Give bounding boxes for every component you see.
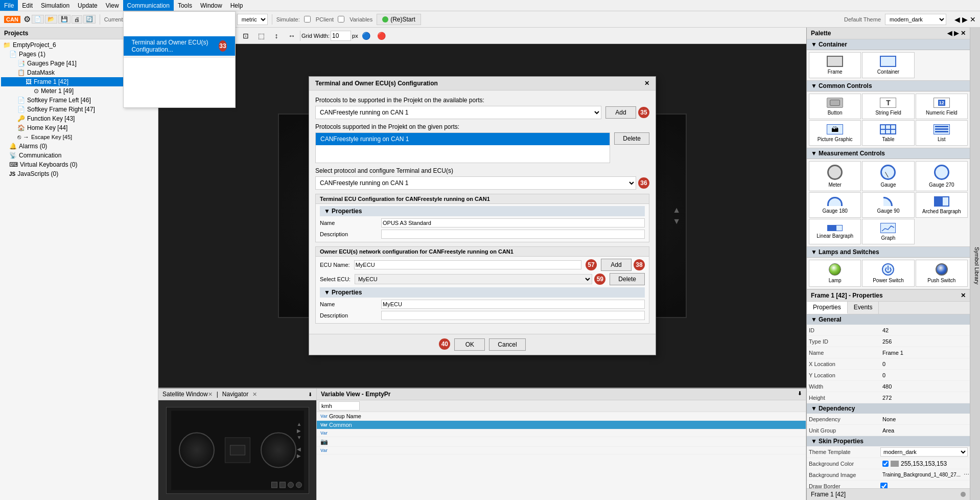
menu-window[interactable]: Window — [196, 0, 226, 11]
tree-item-function-key[interactable]: 🔑 Function Key [43] — [1, 114, 157, 123]
palette-item-gauge270[interactable]: Gauge 270 — [916, 161, 968, 191]
dialog-close-btn[interactable]: ✕ — [644, 80, 649, 87]
sat-ctrl-1[interactable] — [271, 482, 277, 488]
nav-right-btn[interactable]: ▶ — [962, 15, 968, 24]
bg-image-browse-btn[interactable]: ⋯ — [964, 471, 969, 478]
var-view-minimize-btn[interactable]: ⬇ — [798, 391, 802, 398]
palette-item-string-field[interactable]: T String Field — [862, 94, 914, 119]
sat-minimize-btn[interactable]: ⬇ — [308, 392, 312, 397]
menu-file[interactable]: File — [0, 0, 18, 11]
bg-color-value[interactable]: 255,153,153,153 — [880, 460, 968, 468]
palette-item-picture-graphic[interactable]: 🏔 Picture Graphic — [809, 120, 861, 146]
palette-item-linear-bargraph[interactable]: Linear Bargraph — [809, 219, 861, 244]
canvas-btn-8[interactable]: ↕ — [269, 29, 284, 43]
palette-item-list[interactable]: List — [916, 120, 968, 146]
sat-nav-down-icon[interactable]: ▼ — [297, 434, 302, 440]
dropdown-variable-manager[interactable]: Variable Manager... — [124, 12, 235, 24]
add-protocol-btn[interactable]: Add — [605, 106, 636, 119]
canvas-btn-9[interactable]: ↔ — [285, 29, 299, 43]
theme-template-select[interactable]: modern_dark — [880, 447, 968, 457]
menu-view[interactable]: View — [102, 0, 123, 11]
toolbar-refresh[interactable]: 🔄 — [83, 15, 96, 24]
nav-left-btn[interactable]: ◀ — [954, 15, 960, 24]
palette-close-btn[interactable]: ✕ — [961, 30, 966, 37]
unit-select[interactable]: metric — [237, 14, 268, 25]
supported-protocol-item[interactable]: CANFreestyle running on CAN 1 — [316, 133, 610, 145]
palette-item-meter[interactable]: Meter — [809, 161, 861, 191]
palette-item-numeric-field[interactable]: 12 Numeric Field — [916, 94, 968, 119]
restart-button[interactable]: (Re)Start — [377, 14, 421, 25]
menu-edit[interactable]: Edit — [18, 0, 37, 11]
palette-item-power-switch[interactable]: ⏻ Power Switch — [862, 260, 914, 287]
dropdown-terminal-ecu[interactable]: Terminal and Owner ECU(s) Configuration.… — [124, 36, 235, 56]
terminal-desc-input[interactable] — [381, 230, 645, 239]
top-icon-1[interactable]: ⚙ — [24, 14, 31, 24]
palette-item-lamp[interactable]: Lamp — [809, 260, 861, 287]
tree-item-communication[interactable]: 📡 Communication — [1, 151, 157, 160]
palette-maximize-btn[interactable]: ▶ — [954, 30, 959, 37]
symbol-library-strip[interactable]: Symbol Library — [970, 28, 980, 500]
palette-item-gauge[interactable]: Gauge — [862, 161, 914, 191]
menu-tools[interactable]: Tools — [174, 0, 196, 11]
canvas-btn-10[interactable]: 🔵 — [359, 29, 374, 43]
toolbar-save[interactable]: 💾 — [58, 15, 71, 24]
tree-item-home-key[interactable]: 🏠 Home Key [44] — [1, 123, 157, 132]
owner-name-input[interactable] — [381, 300, 645, 309]
palette-item-button[interactable]: Button — [809, 94, 861, 119]
tree-item-escape-key[interactable]: ⎋ → Escape Key [45] — [1, 132, 157, 142]
palette-item-arched-bargraph[interactable]: Arched Bargraph — [916, 192, 968, 218]
var-row-4[interactable]: 📷 — [317, 437, 806, 447]
cancel-btn[interactable]: Cancel — [489, 338, 525, 351]
var-row-3[interactable]: Var — [317, 429, 806, 437]
menu-communication[interactable]: Communication Variable Manager... Variab… — [123, 0, 174, 11]
tree-item-virtual-keyboards[interactable]: ⌨ Virtual Keyboards (0) — [1, 160, 157, 169]
palette-minimize-btn[interactable]: ◀ — [947, 30, 952, 37]
tree-item-javascripts[interactable]: JS JavaScripts (0) — [1, 169, 157, 178]
var-search-input[interactable] — [319, 401, 360, 411]
sat-ctrl-3[interactable] — [288, 482, 294, 488]
select-ecu-dropdown[interactable]: MyECU — [355, 274, 592, 284]
sat-nav-up-icon[interactable]: ▲ — [297, 421, 302, 426]
variables-checkbox[interactable] — [338, 16, 344, 22]
owner-desc-input[interactable] — [381, 311, 645, 320]
toolbar-folder[interactable]: 📂 — [45, 15, 57, 24]
draw-border-checkbox[interactable] — [880, 483, 888, 489]
canvas-btn-11[interactable]: 🔴 — [375, 29, 389, 43]
var-row-5[interactable]: Var — [317, 447, 806, 454]
sat-ctrl-2[interactable] — [279, 482, 286, 488]
sat-nav-right-icon[interactable]: ▶ — [297, 452, 302, 458]
canvas-btn-7[interactable]: ⬚ — [254, 29, 268, 43]
menu-update[interactable]: Update — [74, 0, 102, 11]
sat-nav-mid-icon[interactable]: ▶ — [297, 427, 302, 433]
palette-item-graph[interactable]: Graph — [862, 219, 914, 244]
toolbar-file-new[interactable]: 📄 — [32, 15, 44, 24]
palette-item-gauge180[interactable]: Gauge 180 — [809, 192, 861, 218]
palette-item-push-switch[interactable]: Push Switch — [916, 260, 968, 287]
menu-simulation[interactable]: Simulation — [37, 0, 74, 11]
var-row-common[interactable]: Var Common — [317, 421, 806, 429]
ecu-delete-btn[interactable]: Delete — [610, 273, 645, 285]
protocol-config-select[interactable]: CANFreestyle running on CAN 1 — [315, 176, 636, 190]
bg-color-checkbox[interactable] — [882, 461, 889, 467]
prop-tab-events[interactable]: Events — [848, 302, 879, 314]
navigator-close-btn[interactable]: ✕ — [252, 391, 257, 398]
ecu-add-btn[interactable]: Add — [601, 259, 632, 271]
nav-close-btn[interactable]: ✕ — [970, 15, 976, 24]
pclient-checkbox[interactable] — [304, 16, 311, 22]
sat-nav-left-icon[interactable]: ◀ — [297, 446, 302, 451]
dropdown-import[interactable]: Import ▶ — [124, 83, 235, 95]
canvas-btn-6[interactable]: ⊡ — [239, 29, 253, 43]
dropdown-variable-group[interactable]: Variable Group Configuration... — [124, 24, 235, 36]
ecu-name-input[interactable] — [354, 260, 581, 269]
satellite-close-btn[interactable]: ✕ — [208, 391, 213, 398]
sat-ctrl-4[interactable] — [296, 482, 302, 488]
palette-item-gauge90[interactable]: Gauge 90 — [862, 192, 914, 218]
prop-tab-properties[interactable]: Properties — [807, 302, 848, 314]
ok-btn[interactable]: OK — [454, 338, 485, 351]
var-row-group-name[interactable]: Var Group Name — [317, 412, 806, 421]
toolbar-print[interactable]: 🖨 — [72, 15, 82, 24]
theme-select[interactable]: modern_dark — [885, 14, 946, 25]
palette-item-frame[interactable]: Frame — [809, 52, 861, 78]
delete-protocol-btn[interactable]: Delete — [614, 132, 649, 145]
tree-item-alarms[interactable]: 🔔 Alarms (0) — [1, 142, 157, 151]
